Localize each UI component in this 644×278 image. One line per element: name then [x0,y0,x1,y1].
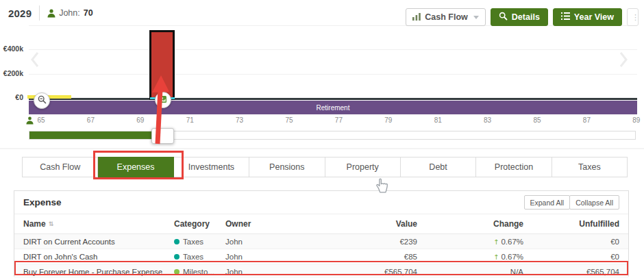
tab-protection[interactable]: Protection [476,157,552,177]
age-tick: 67 [87,116,95,124]
tab-cash-flow[interactable]: Cash Flow [22,157,98,177]
age-tick: 71 [186,116,194,124]
age-tick: 83 [484,116,491,124]
value-cell: €565,704 [314,268,417,276]
column-header-name[interactable]: Name ⇅ [23,219,174,229]
column-header-category[interactable]: Category [174,219,225,229]
sort-icon: ⇅ [49,220,54,227]
milestone-marker-button[interactable] [155,92,171,108]
zero-axis-line [29,98,637,100]
y-tick-400k: €400k [0,45,23,53]
expense-card-header: Expense Expand All Collapse All [14,191,628,214]
y-tick-0: €0 [0,93,23,101]
details-label: Details [512,12,540,22]
chevron-left-icon[interactable] [30,51,40,68]
header-left: 2029 John: 70 [8,5,93,21]
person-age-indicator: John: 70 [47,8,93,18]
timeline-slider-handle[interactable] [151,128,174,144]
gridline [29,74,637,75]
column-header-value[interactable]: Value [314,219,417,229]
age-axis: 65676971737577798183858789 [0,116,644,125]
table-body: DIRT on Current Accounts Taxes John €239… [14,234,628,278]
tab-investments[interactable]: Investments [174,157,249,177]
person-icon [26,115,34,127]
zoom-out-button[interactable] [34,92,50,109]
details-button[interactable]: Details [491,8,548,26]
change-cell: ↑0.67% [417,253,523,261]
more-options-button[interactable]: ⋮ [627,8,639,26]
change-cell: ↑0.67% [417,238,523,246]
gridline [29,49,637,50]
selected-year: 2029 [8,8,32,19]
person-name-label: John: [59,8,80,18]
age-tick: 75 [285,116,293,124]
tab-debt[interactable]: Debt [401,157,476,177]
detail-tabs-section: Cash FlowExpensesInvestmentsPensionsProp… [0,148,644,192]
chart-bar-selected-expense[interactable] [149,30,175,100]
bar-chart-icon [412,12,421,23]
expand-all-button[interactable]: Expand All [524,195,571,210]
chevron-right-icon[interactable] [619,51,628,68]
person-icon [47,9,55,18]
chart-type-dropdown[interactable]: Cash Flow [406,8,486,26]
financial-planner-app: 2029 John: 70 Cash Flow Details [0,0,644,278]
table-row[interactable]: DIRT on John's Cash Taxes John €85 ↑0.67… [14,249,628,264]
expense-name: Buy Forever Home - Purchase Expense [23,268,162,276]
milestone-photo-icon [159,94,167,106]
year-view-button[interactable]: Year View [553,8,622,26]
age-tick: 77 [335,116,343,124]
tab-property[interactable]: Property [325,157,401,177]
retirement-band: Retirement [29,101,637,114]
year-view-label: Year View [574,12,614,22]
value-cell: €239 [314,238,417,246]
owner-label: John [225,268,314,276]
table-header-row: Name ⇅ Category Owner Value Change Unful… [14,214,628,234]
category-dot-icon [174,269,179,275]
tab-taxes[interactable]: Taxes [552,157,628,177]
age-tick: 85 [533,116,541,124]
column-header-owner[interactable]: Owner [225,219,314,229]
table-row[interactable]: Buy Forever Home - Purchase Expense Mile… [14,264,628,278]
age-tick: 79 [384,116,392,124]
expense-table-card: Expense Expand All Collapse All Name ⇅ C… [14,190,629,277]
age-tick: 65 [37,116,45,124]
category-label: Taxes [183,253,203,261]
expense-card-title: Expense [23,197,62,207]
value-cell: €85 [314,253,417,261]
age-tick: 89 [632,116,640,124]
category-label: Taxes [183,238,203,246]
category-dot-icon [174,239,179,244]
tab-bar: Cash FlowExpensesInvestmentsPensionsProp… [22,157,628,177]
list-icon [561,12,570,22]
chart-type-label: Cash Flow [425,12,468,22]
expand-collapse-group: Expand All Collapse All [524,195,620,210]
column-header-unfulfilled[interactable]: Unfulfilled [523,219,619,229]
zoom-out-icon [38,94,47,107]
tab-pensions[interactable]: Pensions [249,157,325,177]
tab-expenses[interactable]: Expenses [98,157,173,177]
y-tick-200k: €200k [0,69,23,77]
expense-name: DIRT on John's Cash [23,253,98,261]
age-tick: 87 [583,116,591,124]
search-icon [499,12,508,23]
collapse-all-button[interactable]: Collapse All [569,195,619,210]
expense-name: DIRT on Current Accounts [23,238,115,246]
annotation-arrow [0,25,644,148]
timeline-slider-fill [29,131,155,139]
owner-label: John [225,238,314,246]
unfulfilled-cell: €0 [523,253,619,261]
header-toolbar: Cash Flow Details Year View ⋮ [406,8,639,26]
cash-flow-chart: €400k €200k €0 Retirement 6567 [0,25,644,148]
timeline-slider-track[interactable] [29,131,636,140]
unfulfilled-cell: €565,704 [523,268,619,276]
chevron-down-icon [473,16,479,19]
category-label: Milesto... [183,268,214,276]
age-tick: 73 [236,116,243,124]
category-dot-icon [174,254,179,260]
divider [39,5,40,21]
table-row[interactable]: DIRT on Current Accounts Taxes John €239… [14,234,628,249]
column-header-change[interactable]: Change [417,219,523,229]
person-age-value: 70 [84,8,93,18]
age-tick: 81 [434,116,442,124]
owner-label: John [225,253,314,261]
